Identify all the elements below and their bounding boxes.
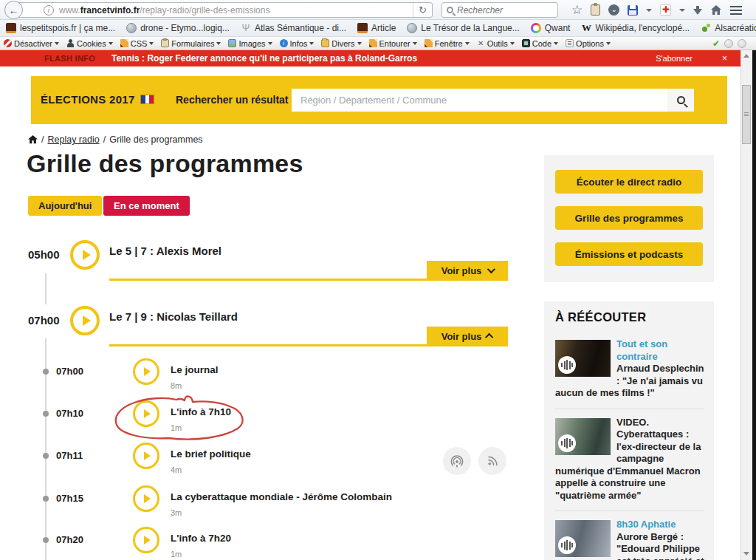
filter-today-button[interactable]: Aujourd'hui xyxy=(28,196,102,216)
podcast-button[interactable] xyxy=(443,447,471,475)
dev-forms-menu[interactable]: Formulaires xyxy=(161,39,221,48)
voir-plus-button[interactable]: Voir plus xyxy=(427,261,508,280)
play-button[interactable] xyxy=(70,306,100,335)
program-title[interactable]: L'info à 7h10 xyxy=(171,406,231,417)
reecouter-item[interactable]: Tout et son contraire Arnaud Desplechin … xyxy=(555,331,704,409)
program-title[interactable]: Le 5 | 7 : Alexis Morel xyxy=(109,245,221,257)
subscribe-link[interactable]: S'abonner xyxy=(656,54,693,63)
filter-now-button[interactable]: En ce moment xyxy=(103,196,190,216)
save-dropdown-caret-icon[interactable] xyxy=(646,9,652,12)
article-thumbnail[interactable] xyxy=(555,418,611,455)
reecouter-item[interactable]: VIDEO. Cyberattaques : l'ex-directeur de… xyxy=(555,409,704,511)
play-icon xyxy=(144,409,151,418)
bookmark-item[interactable]: drone - Etymo...logiq... xyxy=(126,23,230,33)
dev-infos-menu[interactable]: iInfos xyxy=(280,39,315,48)
dev-disable-menu[interactable]: Désactiver xyxy=(4,39,59,48)
breadcrumb-replay-radio[interactable]: Replay radio xyxy=(47,134,99,145)
program-title[interactable]: Le 7 | 9 : Nicolas Teillard xyxy=(109,310,238,323)
search-icon xyxy=(677,96,685,104)
valid-check-icon: ✔ xyxy=(712,38,720,49)
bookmark-item[interactable]: ΨAtlas Sémantique - di... xyxy=(241,23,346,33)
tools-icon: ✕ xyxy=(477,39,485,47)
home-icon[interactable] xyxy=(710,4,722,16)
article-kicker[interactable]: 8h30 Aphatie xyxy=(616,519,676,530)
menu-icon[interactable] xyxy=(730,6,742,15)
bookmark-item[interactable]: lespetitspois.fr | ça me... xyxy=(6,23,115,33)
dev-misc-menu[interactable]: Divers xyxy=(321,39,361,48)
play-icon xyxy=(144,367,151,376)
url-bar[interactable]: i www.francetvinfo.fr/replay-radio/grill… xyxy=(10,2,433,18)
schedule-time: 05h00 xyxy=(28,248,60,261)
rss-button[interactable] xyxy=(478,447,506,475)
dev-window-menu[interactable]: Fenêtre xyxy=(425,39,470,48)
url-text[interactable]: www.francetvinfo.fr/replay-radio/grille-… xyxy=(59,5,269,16)
shows-podcasts-button[interactable]: Émissions et podcasts xyxy=(555,242,703,266)
play-button[interactable] xyxy=(133,527,159,553)
audio-wave-icon xyxy=(558,536,576,554)
bookmark-item[interactable]: Qwant xyxy=(531,23,571,33)
bookmark-item[interactable]: Article xyxy=(357,23,396,33)
play-icon xyxy=(144,451,151,460)
pocket-icon[interactable]: ⌄ xyxy=(608,4,619,16)
timeline-dot xyxy=(43,369,49,375)
dev-options-menu[interactable]: Options xyxy=(566,39,611,48)
article-thumbnail[interactable] xyxy=(555,520,611,557)
save-page-icon[interactable] xyxy=(628,5,638,16)
article-kicker[interactable]: Tout et son contraire xyxy=(616,338,667,362)
timeline-dot xyxy=(43,411,49,417)
article-thumbnail[interactable] xyxy=(555,340,611,377)
play-button[interactable] xyxy=(70,240,100,270)
browser-search-input[interactable] xyxy=(457,5,538,16)
bookmark-item[interactable]: Le Trésor de la Langue... xyxy=(407,23,519,33)
back-button[interactable]: ← xyxy=(4,1,23,19)
home-icon[interactable] xyxy=(28,135,38,144)
voir-plus-button[interactable]: Voir plus xyxy=(427,327,508,346)
play-button[interactable] xyxy=(133,485,159,512)
downloads-icon[interactable] xyxy=(693,9,702,15)
elections-search-label: Rechercher un résultat xyxy=(176,94,289,106)
program-title[interactable]: La cyberattaque mondiale - Jérôme Colomb… xyxy=(171,491,392,502)
dev-css-menu[interactable]: CSS xyxy=(120,39,154,48)
program-title[interactable]: Le brief politique xyxy=(171,448,251,460)
french-flag-icon xyxy=(140,95,154,104)
bookmark-favicon xyxy=(6,23,16,33)
browser-search[interactable] xyxy=(441,2,558,18)
play-button[interactable] xyxy=(133,443,159,469)
dev-tools-menu[interactable]: ✕Outils xyxy=(477,39,515,48)
program-title[interactable]: Le journal xyxy=(171,364,219,375)
bookmark-item[interactable]: WWikipédia, l'encyclopé... xyxy=(581,23,690,33)
elections-search-input[interactable] xyxy=(292,95,667,106)
play-button[interactable] xyxy=(133,358,159,385)
listen-live-button[interactable]: Écouter le direct radio xyxy=(555,170,703,194)
reecouter-item[interactable]: 8h30 Aphatie Aurore Bergé : "Edouard Phi… xyxy=(555,511,704,560)
program-duration: 3m xyxy=(171,508,182,517)
qwant-favicon xyxy=(531,23,541,33)
elections-search-button[interactable] xyxy=(667,89,694,112)
dev-cookies-menu[interactable]: Cookies xyxy=(66,39,113,48)
reload-button[interactable]: ↻ xyxy=(413,3,432,17)
addon-cross-icon[interactable]: ✚ xyxy=(660,4,671,16)
site-info-icon[interactable]: i xyxy=(44,5,54,16)
scroll-down-icon[interactable] xyxy=(743,552,749,556)
flash-info-text[interactable]: Tennis : Roger Federer annonce qu'il ne … xyxy=(111,53,417,64)
back-arrow-icon: ← xyxy=(9,4,19,16)
play-button[interactable] xyxy=(133,400,159,427)
dev-outline-menu[interactable]: Entourer xyxy=(369,39,417,48)
program-title[interactable]: L'info à 7h20 xyxy=(171,533,231,544)
timeline-line xyxy=(45,273,47,304)
program-duration: 4m xyxy=(171,465,182,474)
addon-dropdown-caret-icon[interactable] xyxy=(679,9,685,12)
program-grid-button[interactable]: Grille des programmes xyxy=(555,206,703,230)
clipboard-icon[interactable] xyxy=(591,4,600,16)
bookmark-star-icon[interactable]: ☆ xyxy=(571,4,583,16)
elections-banner: ÉLECTIONS 2017 Rechercher un résultat xyxy=(31,76,727,124)
elections-search-box[interactable] xyxy=(292,89,694,112)
scroll-up-icon[interactable] xyxy=(743,54,749,58)
scrollbar-thumb[interactable] xyxy=(742,85,751,144)
bookmark-item[interactable]: Alsacréations : Actuali... xyxy=(701,23,756,33)
flash-info-banner: FLASH INFO Tennis : Roger Federer annonc… xyxy=(0,50,740,66)
dev-images-menu[interactable]: Images xyxy=(228,39,272,48)
bookmark-favicon xyxy=(357,23,368,33)
dev-code-menu[interactable]: Code xyxy=(522,39,558,48)
close-icon[interactable]: × xyxy=(722,53,727,64)
